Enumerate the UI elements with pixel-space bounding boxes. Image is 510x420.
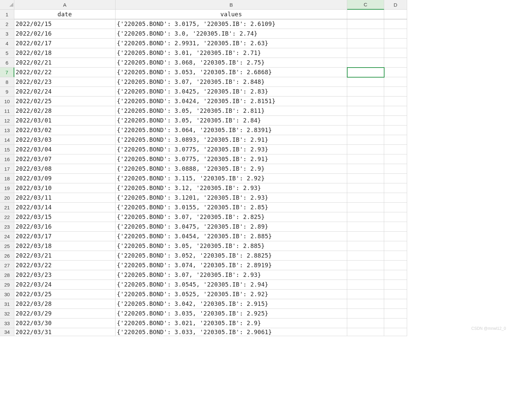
cell-empty[interactable] bbox=[384, 299, 407, 309]
cell-values[interactable]: {'220205.BOND': 3.033, '220305.IB': 2.90… bbox=[116, 328, 347, 336]
cell-values[interactable]: {'220205.BOND': 3.1201, '220305.IB': 2.9… bbox=[116, 193, 347, 203]
cell-values[interactable]: {'220205.BOND': 3.07, '220305.IB': 2.93} bbox=[116, 270, 347, 280]
cell-values[interactable]: {'220205.BOND': 3.0893, '220305.IB': 2.9… bbox=[116, 135, 347, 145]
row-header[interactable]: 29 bbox=[0, 280, 14, 290]
row-header[interactable]: 19 bbox=[0, 183, 14, 193]
row-header[interactable]: 25 bbox=[0, 241, 14, 251]
row-header[interactable]: 30 bbox=[0, 290, 14, 299]
row-header[interactable]: 8 bbox=[0, 77, 14, 87]
row-header[interactable]: 18 bbox=[0, 174, 14, 183]
cell-date[interactable]: 2022/02/18 bbox=[14, 48, 116, 58]
cell-date[interactable]: 2022/03/09 bbox=[14, 174, 116, 183]
cell-date[interactable]: 2022/03/29 bbox=[14, 309, 116, 318]
cell-date[interactable]: 2022/02/17 bbox=[14, 39, 116, 48]
cell-empty[interactable] bbox=[384, 116, 407, 125]
cell-date[interactable]: 2022/02/23 bbox=[14, 77, 116, 87]
header-cell-values[interactable]: values bbox=[116, 10, 347, 19]
cell-empty[interactable] bbox=[384, 58, 407, 68]
cell-empty[interactable] bbox=[347, 299, 384, 309]
row-header[interactable]: 12 bbox=[0, 116, 14, 125]
cell-empty[interactable] bbox=[384, 135, 407, 145]
cell-date[interactable]: 2022/03/30 bbox=[14, 318, 116, 328]
cell-empty[interactable] bbox=[384, 309, 407, 318]
cell-date[interactable]: 2022/02/16 bbox=[14, 29, 116, 39]
cell-values[interactable]: {'220205.BOND': 3.115, '220305.IB': 2.92… bbox=[116, 174, 347, 183]
cell-values[interactable]: {'220205.BOND': 3.0545, '220305.IB': 2.9… bbox=[116, 280, 347, 290]
cell-empty[interactable] bbox=[347, 164, 384, 174]
cell-values[interactable]: {'220205.BOND': 3.05, '220305.IB': 2.84} bbox=[116, 116, 347, 125]
row-header[interactable]: 20 bbox=[0, 193, 14, 203]
cell-date[interactable]: 2022/03/08 bbox=[14, 164, 116, 174]
cell-values[interactable]: {'220205.BOND': 3.0475, '220305.IB': 2.8… bbox=[116, 222, 347, 232]
cell-date[interactable]: 2022/03/02 bbox=[14, 125, 116, 135]
cell-empty[interactable] bbox=[347, 222, 384, 232]
header-cell-date[interactable]: date bbox=[14, 10, 116, 19]
cell-date[interactable]: 2022/02/22 bbox=[14, 68, 116, 77]
cell-values[interactable]: {'220205.BOND': 3.074, '220305.IB': 2.89… bbox=[116, 261, 347, 270]
cell-values[interactable]: {'220205.BOND': 3.053, '220305.IB': 2.68… bbox=[116, 68, 347, 77]
cell-empty[interactable] bbox=[384, 125, 407, 135]
row-header[interactable]: 6 bbox=[0, 58, 14, 68]
row-header[interactable]: 14 bbox=[0, 135, 14, 145]
cell-date[interactable]: 2022/03/15 bbox=[14, 212, 116, 222]
cell-empty[interactable] bbox=[347, 183, 384, 193]
cell-empty[interactable] bbox=[347, 270, 384, 280]
cell-empty[interactable] bbox=[347, 116, 384, 125]
cell-values[interactable]: {'220205.BOND': 3.0175, '220305.IB': 2.6… bbox=[116, 19, 347, 29]
cell-empty[interactable] bbox=[347, 19, 384, 29]
cell-empty[interactable] bbox=[347, 39, 384, 48]
cell-values[interactable]: {'220205.BOND': 3.01, '220305.IB': 2.71} bbox=[116, 48, 347, 58]
cell-empty[interactable] bbox=[384, 154, 407, 164]
cell-date[interactable]: 2022/03/03 bbox=[14, 135, 116, 145]
row-header[interactable]: 27 bbox=[0, 261, 14, 270]
cell-empty[interactable] bbox=[347, 328, 384, 336]
cell-empty[interactable] bbox=[347, 174, 384, 183]
cell-date[interactable]: 2022/03/14 bbox=[14, 203, 116, 212]
row-header[interactable]: 28 bbox=[0, 270, 14, 280]
row-header[interactable]: 24 bbox=[0, 232, 14, 241]
cell-values[interactable]: {'220205.BOND': 3.042, '220305.IB': 2.91… bbox=[116, 299, 347, 309]
cell-values[interactable]: {'220205.BOND': 3.12, '220305.IB': 2.93} bbox=[116, 183, 347, 193]
cell-values[interactable]: {'220205.BOND': 3.07, '220305.IB': 2.848… bbox=[116, 77, 347, 87]
cell-empty[interactable] bbox=[347, 232, 384, 241]
cell-empty[interactable] bbox=[384, 270, 407, 280]
row-header[interactable]: 26 bbox=[0, 251, 14, 261]
cell-empty[interactable] bbox=[347, 48, 384, 58]
cell-empty[interactable] bbox=[384, 193, 407, 203]
cell-values[interactable]: {'220205.BOND': 2.9931, '220305.IB': 2.6… bbox=[116, 39, 347, 48]
cell-empty[interactable] bbox=[384, 318, 407, 328]
cell-empty[interactable] bbox=[384, 87, 407, 97]
column-header-A[interactable]: A bbox=[14, 0, 116, 10]
cell-date[interactable]: 2022/02/24 bbox=[14, 87, 116, 97]
cell-values[interactable]: {'220205.BOND': 3.0775, '220305.IB': 2.9… bbox=[116, 145, 347, 154]
cell-empty[interactable] bbox=[347, 212, 384, 222]
cell-empty[interactable] bbox=[384, 241, 407, 251]
cell-date[interactable]: 2022/03/24 bbox=[14, 280, 116, 290]
row-header[interactable]: 21 bbox=[0, 203, 14, 212]
cell-empty[interactable] bbox=[347, 135, 384, 145]
cell-empty[interactable] bbox=[347, 10, 384, 19]
cell-empty[interactable] bbox=[347, 125, 384, 135]
cell-empty[interactable] bbox=[347, 106, 384, 116]
cell-date[interactable]: 2022/03/21 bbox=[14, 251, 116, 261]
cell-empty[interactable] bbox=[384, 174, 407, 183]
row-header[interactable]: 22 bbox=[0, 212, 14, 222]
cell-values[interactable]: {'220205.BOND': 3.0424, '220305.IB': 2.8… bbox=[116, 97, 347, 106]
cell-empty[interactable] bbox=[384, 29, 407, 39]
cell-empty[interactable] bbox=[384, 232, 407, 241]
cell-empty[interactable] bbox=[347, 77, 384, 87]
cell-values[interactable]: {'220205.BOND': 3.0155, '220305.IB': 2.8… bbox=[116, 203, 347, 212]
cell-empty[interactable] bbox=[384, 280, 407, 290]
row-header[interactable]: 16 bbox=[0, 154, 14, 164]
cell-empty[interactable] bbox=[384, 19, 407, 29]
cell-values[interactable]: {'220205.BOND': 3.064, '220305.IB': 2.83… bbox=[116, 125, 347, 135]
cell-empty[interactable] bbox=[384, 39, 407, 48]
cell-date[interactable]: 2022/03/17 bbox=[14, 232, 116, 241]
cell-values[interactable]: {'220205.BOND': 3.052, '220305.IB': 2.88… bbox=[116, 251, 347, 261]
cell-values[interactable]: {'220205.BOND': 3.035, '220305.IB': 2.92… bbox=[116, 309, 347, 318]
column-header-D[interactable]: D bbox=[384, 0, 407, 10]
cell-date[interactable]: 2022/03/10 bbox=[14, 183, 116, 193]
cell-date[interactable]: 2022/03/01 bbox=[14, 116, 116, 125]
cell-empty[interactable] bbox=[347, 290, 384, 299]
column-header-C[interactable]: C bbox=[347, 0, 384, 10]
